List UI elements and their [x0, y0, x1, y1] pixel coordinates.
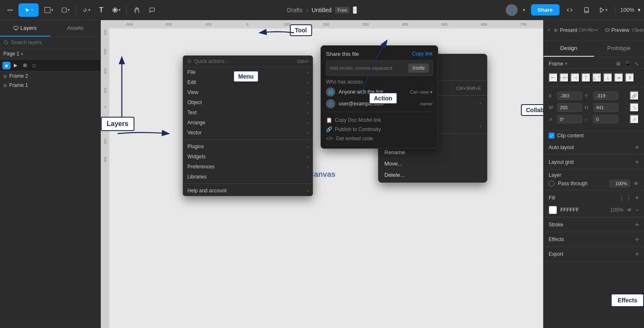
corner-expand-btn[interactable]: ⤢	[630, 115, 639, 124]
code-view-button[interactable]	[563, 3, 576, 17]
align-left-btn[interactable]: ⊢	[549, 73, 558, 82]
preview-btn[interactable]: Preview ⇧Space	[605, 27, 644, 33]
tab-assets[interactable]: Assets	[50, 20, 101, 37]
copy-doc-link[interactable]: 📋 Copy Doc Model link	[326, 115, 433, 125]
distribute-v-btn[interactable]: ⇕	[625, 73, 634, 82]
menu-delete[interactable]: Delete...	[379, 169, 487, 181]
layout-grid-add[interactable]: +	[635, 158, 639, 166]
align-right-btn[interactable]: ⊣	[570, 73, 580, 82]
fill-add[interactable]: +	[635, 194, 639, 202]
layers-search-input[interactable]	[11, 39, 97, 45]
auto-layout-add[interactable]: +	[635, 144, 639, 151]
present-btn[interactable]: Present Ctrl+Alt+↵	[554, 27, 599, 33]
text-tool-button[interactable]: T	[95, 3, 108, 17]
zoom-level[interactable]: 100%	[620, 7, 634, 13]
align-center-h-btn[interactable]: ⊣⊢	[560, 73, 569, 82]
hand-tool-button[interactable]	[130, 3, 144, 17]
user-avatar: 👤	[506, 4, 518, 16]
qa-item-preferences[interactable]: Preferences ›	[183, 162, 313, 172]
move-tool-button[interactable]: ▾	[18, 3, 39, 17]
component-tool-button[interactable]: ▾	[110, 3, 123, 17]
invite-button[interactable]: Invite	[408, 63, 429, 73]
opacity-input[interactable]	[609, 180, 630, 187]
mini-toolbar-play-btn[interactable]: ▶	[11, 61, 20, 69]
layer-item-frame1[interactable]: ⊞ Frame 1	[0, 81, 100, 90]
export-add[interactable]: +	[635, 250, 639, 258]
layer-item-frame2[interactable]: ⊞ Frame 2	[0, 71, 100, 81]
share-button[interactable]: Share	[531, 4, 560, 16]
file-name[interactable]: Untitled	[312, 7, 331, 13]
layer-name-frame2: Frame 2	[9, 73, 28, 79]
right-panel-tabs: Design Prototype	[544, 40, 644, 57]
library-button[interactable]	[580, 3, 593, 17]
effects-add[interactable]: +	[635, 236, 639, 243]
xy-row: X Y 🔗	[549, 91, 639, 100]
mini-toolbar-rect-btn[interactable]: □	[30, 62, 38, 69]
qa-item-text[interactable]: Text ›	[183, 108, 313, 118]
h-input[interactable]	[593, 103, 618, 112]
y-input[interactable]	[593, 92, 618, 100]
shape-tool-button[interactable]: ▾	[59, 3, 72, 17]
qa-item-object[interactable]: Object ›	[183, 97, 313, 108]
mini-toolbar-grid-btn[interactable]: ⊞	[21, 61, 29, 69]
file-menu-chevron[interactable]: ▾	[353, 6, 357, 14]
radius-input[interactable]	[593, 115, 618, 123]
layer-name-frame1: Frame 1	[9, 82, 28, 88]
fill-hex-value[interactable]: FFFFFF	[560, 207, 579, 213]
qa-item-widgets[interactable]: Widgets ›	[183, 152, 313, 162]
stroke-add[interactable]: +	[635, 221, 639, 228]
qa-item-libraries[interactable]: Libraries	[183, 172, 313, 182]
comment-tool-button[interactable]	[145, 3, 159, 17]
tab-design[interactable]: Design	[544, 40, 594, 57]
fill-visibility-icon[interactable]: 👁	[627, 207, 632, 213]
present-button[interactable]: ▾	[597, 3, 610, 17]
fill-opacity-value[interactable]: 100%	[610, 207, 623, 213]
rotation-input[interactable]	[557, 115, 582, 123]
right-panel: ✓ Present Ctrl+Alt+↵ Preview ⇧Space Desi…	[543, 20, 644, 328]
fill-dots-icon[interactable]: ⋮⋮	[618, 194, 632, 202]
copy-link-btn[interactable]: Copy link	[412, 51, 433, 57]
page-selector[interactable]: Page 1 ▾	[0, 48, 100, 60]
avatar-chevron[interactable]: ▾	[521, 3, 528, 17]
align-bottom-btn[interactable]: ⊥	[603, 73, 612, 82]
blend-circle	[549, 181, 555, 186]
toolbar-divider-2	[126, 6, 127, 14]
quick-actions-input[interactable]	[194, 58, 294, 64]
fill-color-swatch[interactable]	[549, 206, 557, 214]
frame-mobile-icon[interactable]: 📱	[624, 60, 631, 67]
free-badge: Free	[335, 7, 350, 13]
qa-item-arrange[interactable]: Arrange ›	[183, 118, 313, 128]
align-top-btn[interactable]: ⊤	[581, 73, 591, 82]
qa-item-view[interactable]: View ›	[183, 87, 313, 97]
frame-tool-button[interactable]: ▾	[40, 3, 57, 17]
x-input[interactable]	[557, 92, 582, 100]
alignment-section: ⊢ ⊣⊢ ⊣ ⊤ ⊥⊤ ⊥ ⇔ ⇕	[544, 69, 644, 87]
frame-resize-icon[interactable]: ⤡	[634, 60, 639, 67]
tab-prototype[interactable]: Prototype	[594, 40, 644, 57]
layer-visibility-icon[interactable]: 👁	[633, 181, 639, 187]
qa-item-plugins[interactable]: Plugins ›	[183, 142, 313, 152]
qa-item-help[interactable]: Help and account ›	[183, 186, 313, 196]
layout-grid-row: Layout grid +	[544, 155, 644, 170]
canvas[interactable]: -300 -200 -100 0 100 200 300 400 500 600…	[101, 20, 543, 328]
w-input[interactable]	[557, 103, 582, 112]
figma-menu-button[interactable]	[3, 3, 17, 17]
tab-layers[interactable]: Layers	[0, 20, 50, 37]
qa-item-vector[interactable]: Vector ›	[183, 128, 313, 138]
align-center-v-btn[interactable]: ⊥⊤	[592, 73, 602, 82]
clip-content-checkbox[interactable]: ✓	[549, 133, 555, 139]
auto-layout-row: Auto layout +	[544, 140, 644, 155]
frame-desktop-icon[interactable]: 🖥	[615, 60, 621, 67]
align-row: ⊢ ⊣⊢ ⊣ ⊤ ⊥⊤ ⊥ ⇔ ⇕	[549, 73, 639, 82]
mini-toolbar-frames-btn[interactable]: ■	[3, 62, 11, 69]
can-view-dropdown[interactable]: Can view ▾	[410, 89, 433, 95]
menu-move[interactable]: Move...	[379, 158, 487, 169]
distribute-h-btn[interactable]: ⇔	[614, 73, 623, 82]
get-embed-code[interactable]: </> Get embed code	[326, 134, 433, 143]
fill-remove-icon[interactable]: −	[636, 207, 639, 213]
zoom-chevron[interactable]: ▾	[638, 7, 641, 13]
pen-tool-button[interactable]: ▾	[79, 3, 93, 17]
lock-size-btn[interactable]: ⤡	[630, 103, 639, 112]
publish-continuity[interactable]: 🔗 Publish to Continuity	[326, 125, 433, 134]
lock-ratio-btn[interactable]: 🔗	[630, 91, 639, 100]
